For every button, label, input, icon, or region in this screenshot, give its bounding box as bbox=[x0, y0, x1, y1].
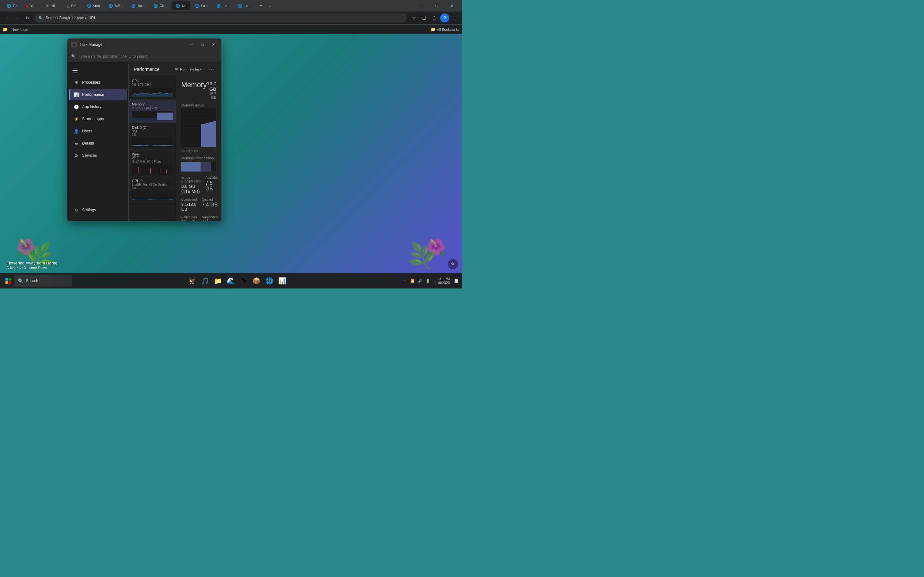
task-manager-sidebar: ⊞ Processes 📊 Performance 🕐 App history … bbox=[67, 62, 128, 221]
tab-ch[interactable]: 🌐 Ch... bbox=[150, 1, 171, 10]
sidebar-item-performance[interactable]: 📊 Performance bbox=[69, 89, 127, 100]
task-manager-icon: ⊞ bbox=[71, 42, 77, 47]
tab-mail[interactable]: M Hộ... bbox=[42, 1, 62, 10]
taskbar-search-button[interactable]: 🔍 Search bbox=[14, 275, 72, 287]
sidebar-item-startup-apps[interactable]: ⚡ Startup apps bbox=[69, 113, 127, 125]
device-memory[interactable]: Memory 8.2/15.7 GB (52%) bbox=[129, 100, 176, 123]
tray-hidden-icons[interactable]: ⌃ bbox=[403, 279, 408, 284]
sidebar-label-services: Services bbox=[82, 153, 97, 158]
bg-subtitle: Artwork by Shyama Kuver bbox=[6, 266, 57, 269]
device-cpu[interactable]: CPU 2% 1.73 GHz bbox=[129, 76, 176, 100]
more-options-button[interactable]: ⋯ bbox=[207, 65, 216, 74]
tab-youtube[interactable]: ▶ Yo... bbox=[22, 1, 41, 10]
taskbar-store[interactable]: 🛍 bbox=[238, 275, 250, 287]
mem-bar-standby bbox=[201, 162, 211, 171]
task-manager-title: Task Manager bbox=[79, 42, 187, 47]
device-list: CPU 2% 1.73 GHz Memory 8.2/15.7 GB (52% bbox=[129, 76, 176, 221]
sidebar-item-services[interactable]: ⚙ Services bbox=[69, 150, 127, 161]
address-bar[interactable]: 🔍 Search Google or type a URL bbox=[35, 13, 407, 23]
sidebar-item-users[interactable]: 👤 Users bbox=[69, 125, 127, 137]
tab-me1[interactable]: 🌐 Mẽ... bbox=[105, 1, 127, 10]
sidebar-label-users: Users bbox=[82, 129, 92, 133]
search-input[interactable] bbox=[79, 54, 218, 59]
tray-battery[interactable]: 🔋 bbox=[425, 279, 431, 284]
processes-icon: ⊞ bbox=[74, 80, 79, 85]
tm-maximize-button[interactable]: □ bbox=[198, 42, 207, 47]
files-icon: 📁 bbox=[214, 277, 222, 285]
svg-rect-11 bbox=[5, 278, 8, 280]
device-wifi[interactable]: Wi-Fi Wi-Fi S: 24.0 R: 64.0 Kbps bbox=[129, 150, 176, 176]
tm-minimize-button[interactable]: ─ bbox=[187, 42, 196, 47]
taskbar-browser[interactable]: 🦅 bbox=[187, 275, 198, 287]
tab-un[interactable]: 🌐 Un bbox=[172, 1, 190, 10]
gpu-mini-graph bbox=[132, 191, 173, 200]
task-manager-main: Performance ⊞ Run new task ⋯ CPU 2% 1.7 bbox=[128, 62, 221, 221]
sidebar-item-settings[interactable]: ⚙ Settings bbox=[69, 204, 127, 216]
nav-bar: ‹ › ↻ 🔍 Search Google or type a URL ☆ ⊡ … bbox=[0, 11, 462, 24]
wifi-icon: 📶 bbox=[410, 279, 414, 283]
app-history-icon: 🕐 bbox=[74, 104, 79, 109]
services-icon: ⚙ bbox=[74, 153, 79, 158]
reload-button[interactable]: ↻ bbox=[23, 13, 32, 23]
sidebar-item-details[interactable]: ☰ Details bbox=[69, 137, 127, 149]
bg-text: Flowering Away from Home Artwork by Shya… bbox=[6, 261, 57, 269]
taskbar-app2[interactable]: 📦 bbox=[251, 275, 262, 287]
device-gpu[interactable]: GPU 0 Intel(R) Iris(R) Xe Graphi 0% bbox=[129, 176, 176, 203]
maximize-button[interactable]: □ bbox=[429, 1, 444, 10]
bookmark-new-folder[interactable]: New folder bbox=[9, 27, 31, 32]
bookmark-button[interactable]: ☆ bbox=[409, 13, 418, 23]
tab-la3[interactable]: 🌐 La... bbox=[234, 1, 255, 10]
sidebar-item-processes[interactable]: ⊞ Processes bbox=[69, 77, 127, 88]
tray-expand-icon: ⌃ bbox=[404, 279, 407, 283]
graph-labels: 60 seconds 0 bbox=[181, 149, 216, 153]
tab-drive[interactable]: △ Dri... bbox=[63, 1, 82, 10]
taskbar-music[interactable]: 🎵 bbox=[200, 275, 211, 287]
svg-rect-1 bbox=[157, 113, 173, 120]
sidebar-label-processes: Processes bbox=[82, 80, 100, 85]
taskbar-app3[interactable]: 📊 bbox=[276, 275, 288, 287]
menu-button[interactable]: ⋮ bbox=[451, 13, 459, 23]
forward-button[interactable]: › bbox=[13, 13, 22, 23]
bookmarks-bar: 📁 New folder 📁 All Bookmarks bbox=[0, 24, 462, 34]
taskbar-search-icon: 🔍 bbox=[18, 278, 23, 284]
stats-left: In use (Compressed) 8.0 GB (118 MB) Avai… bbox=[181, 176, 218, 221]
tab-an[interactable]: 🌐 An... bbox=[128, 1, 149, 10]
profile-button[interactable]: P bbox=[440, 13, 449, 23]
app3-icon: 📊 bbox=[278, 277, 286, 285]
taskbar-clock[interactable]: 5:19 PM 11/8/2023 bbox=[432, 276, 452, 285]
minimize-button[interactable]: ─ bbox=[414, 1, 429, 10]
svg-rect-14 bbox=[9, 281, 11, 284]
tray-notification[interactable]: ⬜ bbox=[453, 279, 459, 284]
start-button[interactable] bbox=[3, 275, 14, 287]
sidebar-label-startup-apps: Startup apps bbox=[82, 117, 104, 121]
sidebar-item-app-history[interactable]: 🕐 App history bbox=[69, 101, 127, 113]
flower-left: 🌺 bbox=[16, 238, 36, 256]
new-tab-button[interactable]: + bbox=[257, 2, 265, 10]
taskbar-files[interactable]: 📁 bbox=[212, 275, 224, 287]
tab-google[interactable]: 🌐 Go bbox=[3, 1, 21, 10]
close-button[interactable]: ✕ bbox=[445, 1, 459, 10]
header-actions: ⊞ Run new task ⋯ bbox=[172, 65, 216, 74]
tm-close-button[interactable]: ✕ bbox=[209, 42, 218, 47]
tab-la2[interactable]: 🌐 La... bbox=[212, 1, 233, 10]
window-controls: ─ □ ✕ bbox=[187, 42, 218, 47]
browser-frame: 🌐 Go ▶ Yo... M Hộ... △ Dri... 🌐 vnm 🌐 Mẽ… bbox=[0, 0, 462, 34]
sidebar-menu-button[interactable] bbox=[67, 65, 128, 76]
memory-detail-title: Memory bbox=[181, 81, 207, 89]
extensions-button[interactable]: ⬡ bbox=[430, 13, 439, 23]
device-disk[interactable]: Disk 0 (C:) SSD 2% bbox=[129, 123, 176, 150]
taskbar-edge[interactable]: 🌊 bbox=[225, 275, 237, 287]
tab-vnm[interactable]: 🌐 vnm bbox=[83, 1, 104, 10]
run-new-task-button[interactable]: ⊞ Run new task bbox=[172, 66, 205, 73]
sidebar-bottom: ⚙ Settings bbox=[67, 204, 128, 219]
taskbar-chrome[interactable]: 🌐 bbox=[264, 275, 275, 287]
tray-network[interactable]: 📶 bbox=[409, 279, 415, 284]
tray-volume[interactable]: 🔊 bbox=[417, 279, 423, 284]
sidebar-label-performance: Performance bbox=[82, 92, 104, 97]
cast-button[interactable]: ⊡ bbox=[420, 13, 429, 23]
edit-background-button[interactable]: ✎ bbox=[448, 259, 458, 269]
back-button[interactable]: ‹ bbox=[3, 13, 11, 23]
tab-list-button[interactable]: ⌵ bbox=[266, 2, 274, 10]
tab-la[interactable]: 🌐 La... bbox=[191, 1, 212, 10]
settings-icon: ⚙ bbox=[74, 207, 79, 213]
